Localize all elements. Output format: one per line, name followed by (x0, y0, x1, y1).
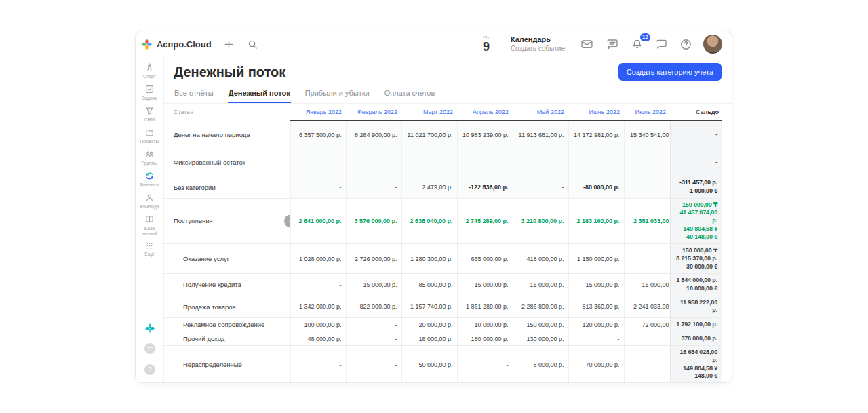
value-cell[interactable]: - (346, 318, 401, 332)
row-label[interactable]: Рекламное сопровождение (164, 318, 290, 332)
row-label[interactable]: Оказание услуг (164, 244, 290, 274)
row-label[interactable]: Поступления‹ (164, 198, 290, 243)
column-header-month[interactable]: Март 2022 (401, 104, 457, 121)
value-cell[interactable]: 3 210 800,00 р. (513, 198, 568, 243)
tab-profit-loss[interactable]: Прибыли и убытки (304, 86, 370, 103)
saldo-cell[interactable]: 1 844 000,00 р. 10 000,00 € (670, 274, 722, 296)
value-cell[interactable]: 1 342 000,00 р. (290, 296, 346, 317)
value-cell[interactable]: 1 150 000,00 р. (568, 244, 624, 274)
value-cell[interactable]: 50 000,00 р. (401, 346, 457, 382)
column-header-month[interactable]: Февраль 2022 (346, 104, 401, 121)
support-chat-icon[interactable] (144, 342, 156, 355)
sidebar-item-start[interactable]: Старт (136, 62, 164, 79)
help-button[interactable] (679, 37, 693, 52)
value-cell[interactable]: 2 183 160,00 р. (568, 198, 624, 243)
value-cell[interactable] (624, 149, 670, 176)
value-cell[interactable]: 10 000,00 р. (457, 318, 513, 332)
value-cell[interactable]: 15 000,00 р. (346, 274, 401, 296)
value-cell[interactable]: - (346, 346, 401, 382)
value-cell[interactable]: 180 000,00 р. (457, 332, 513, 346)
value-cell[interactable]: - (290, 346, 346, 382)
value-cell[interactable]: - (290, 149, 346, 176)
calendar-date-widget[interactable]: Пт 9 (483, 35, 490, 53)
value-cell[interactable]: - (346, 176, 401, 198)
column-header-month[interactable]: Июль 2022 (624, 104, 670, 121)
value-cell[interactable]: 822 000,00 р. (346, 296, 401, 317)
value-cell[interactable]: 85 000,00 р. (401, 274, 457, 296)
value-cell[interactable]: - (568, 149, 624, 176)
value-cell[interactable]: 8 000,00 р. (513, 346, 568, 382)
create-category-button[interactable]: Создать категорию учета (618, 63, 722, 81)
chat-button[interactable] (605, 37, 620, 51)
value-cell[interactable] (624, 244, 670, 274)
help-widget-icon[interactable] (144, 363, 156, 376)
value-cell[interactable] (624, 332, 670, 346)
app-logo[interactable]: Аспро.Cloud (141, 39, 212, 50)
quick-add-button[interactable] (222, 38, 235, 51)
value-cell[interactable]: - (346, 149, 401, 176)
value-cell[interactable]: 1 028 000,00 р. (290, 244, 346, 274)
value-cell[interactable]: 120 000,00 р. (568, 318, 624, 332)
row-label[interactable]: Нераспределенные (164, 346, 290, 382)
value-cell[interactable]: 6 357 500,00 р. (290, 121, 346, 149)
value-cell[interactable]: - (568, 332, 624, 346)
sidebar-item-crm[interactable]: CRM (136, 106, 164, 123)
calendar-shortcut[interactable]: Календарь Создать событие (511, 35, 565, 53)
sidebar-item-projects[interactable]: Проекты (136, 127, 164, 144)
value-cell[interactable]: -122 536,00 р. (457, 176, 513, 198)
saldo-cell[interactable]: - (670, 149, 722, 176)
value-cell[interactable]: 2 745 289,00 р. (457, 198, 513, 243)
saldo-cell[interactable]: -311 457,00 р. -1 000,00 € (670, 176, 722, 198)
value-cell[interactable]: 15 340 541,00 (624, 121, 670, 149)
value-cell[interactable]: 1 861 289,00 р. (457, 296, 513, 317)
value-cell[interactable] (624, 176, 670, 198)
sidebar-item-more[interactable]: Ещё (136, 241, 164, 257)
row-label[interactable]: Без категории (164, 176, 290, 198)
saldo-cell[interactable]: 11 958 222,00 р. (670, 296, 722, 317)
value-cell[interactable]: 3 576 000,00 р. (346, 198, 401, 243)
value-cell[interactable]: - (290, 176, 346, 198)
value-cell[interactable]: - (457, 149, 513, 176)
row-label[interactable]: Прочий доход (164, 332, 290, 346)
row-label[interactable]: Получение кредита (164, 274, 290, 296)
tab-all-reports[interactable]: Все отчёты (174, 86, 214, 103)
messenger-button[interactable] (654, 37, 669, 51)
value-cell[interactable]: 70 000,00 р. (568, 346, 624, 382)
value-cell[interactable]: 18 000,00 р. (401, 332, 457, 346)
value-cell[interactable]: - (513, 149, 568, 176)
saldo-cell[interactable]: - (670, 121, 722, 149)
tab-invoice-payments[interactable]: Оплата счетов (384, 86, 436, 103)
sidebar-item-tasks[interactable]: Задачи (136, 84, 164, 101)
value-cell[interactable]: 72 000,00 (624, 318, 670, 332)
value-cell[interactable]: 813 360,00 р. (568, 296, 624, 317)
whats-new-icon[interactable] (144, 323, 155, 334)
value-cell[interactable]: 2 351 033,00 (624, 198, 670, 243)
value-cell[interactable]: - (457, 346, 513, 382)
value-cell[interactable]: - (290, 274, 346, 296)
value-cell[interactable]: 418 000,00 р. (513, 244, 568, 274)
row-label[interactable]: Фиксированный остаток (164, 149, 290, 176)
sidebar-item-finance[interactable]: Финансы (136, 171, 164, 188)
value-cell[interactable]: 665 000,00 р. (457, 244, 513, 274)
sidebar-item-groups[interactable]: Группы (136, 149, 164, 166)
column-header-month[interactable]: Июнь 2022 (568, 104, 624, 121)
value-cell[interactable]: 2 641 000,00 р. (290, 198, 346, 243)
value-cell[interactable]: 2 638 040,00 р. (401, 198, 457, 243)
saldo-cell[interactable]: 376 000,00 р. (670, 332, 722, 346)
value-cell[interactable]: 15 000,00 р. (568, 274, 624, 296)
column-header-month[interactable]: Апрель 2022 (457, 104, 513, 121)
sidebar-item-team[interactable]: Команда (136, 193, 164, 210)
value-cell[interactable]: 2 479,00 р. (401, 176, 457, 198)
collapse-columns-button[interactable]: ‹ (284, 214, 291, 227)
saldo-cell[interactable]: 16 654 028,00 р. 149 804,58 ¥ 148,00 € (670, 346, 722, 382)
value-cell[interactable]: 11 913 681,00 р. (513, 121, 568, 149)
mail-button[interactable] (579, 37, 595, 51)
tab-cash-flow[interactable]: Денежный поток (228, 86, 291, 103)
value-cell[interactable]: -80 000,00 р. (568, 176, 624, 198)
column-header-month[interactable]: Январь 2022 (290, 104, 346, 121)
value-cell[interactable]: 100 000,00 р. (290, 318, 346, 332)
value-cell[interactable]: 15 000,00 р. (457, 274, 513, 296)
value-cell[interactable]: 15 000,00 р. (513, 274, 568, 296)
value-cell[interactable]: - (346, 332, 401, 346)
notifications-button[interactable]: 19 (630, 37, 644, 51)
